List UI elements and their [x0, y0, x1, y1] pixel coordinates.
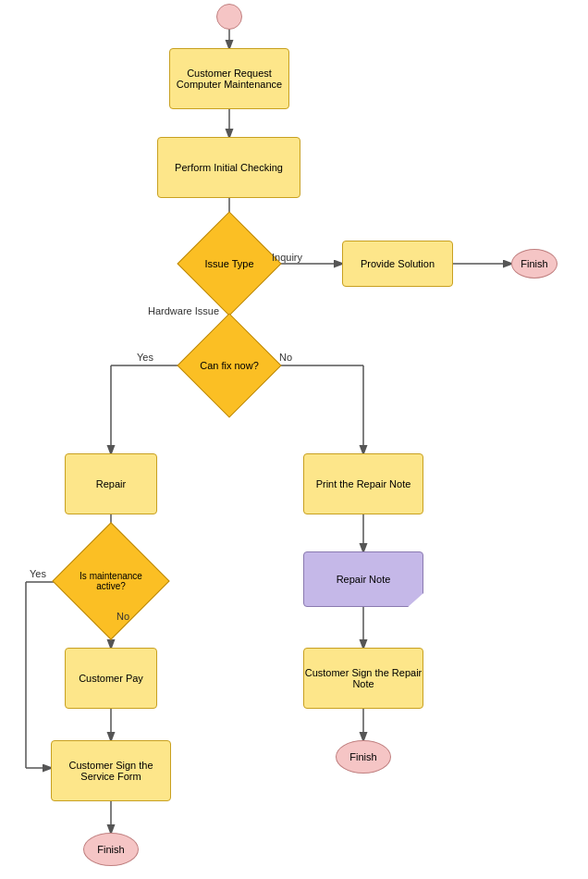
repair-note-doc: Repair Note [303, 551, 423, 607]
finish3-oval: Finish [83, 833, 139, 866]
repair-box: Repair [65, 453, 157, 514]
hardware-issue-label: Hardware Issue [148, 305, 219, 316]
start-oval [216, 4, 242, 30]
finish1-oval: Finish [511, 249, 557, 279]
issue-type-diamond: Issue Type [192, 227, 266, 301]
yes2-label: Yes [30, 568, 46, 579]
perform-checking-box: Perform Initial Checking [157, 137, 300, 198]
is-maintenance-diamond: Is maintenance active? [69, 539, 153, 623]
no2-label: No [116, 611, 129, 622]
flowchart: Customer Request Computer Maintenance Pe… [0, 0, 588, 879]
customer-sign-service-box: Customer Sign the Service Form [51, 740, 171, 801]
yes1-label: Yes [137, 352, 153, 363]
customer-sign-repair-box: Customer Sign the Repair Note [303, 648, 423, 709]
can-fix-diamond: Can fix now? [192, 328, 266, 402]
print-repair-note-box: Print the Repair Note [303, 453, 423, 514]
customer-request-box: Customer Request Computer Maintenance [169, 48, 289, 109]
provide-solution-box: Provide Solution [342, 241, 453, 287]
customer-pay-box: Customer Pay [65, 648, 157, 709]
inquiry-label: Inquiry [272, 252, 302, 263]
finish2-oval: Finish [336, 740, 391, 774]
no1-label: No [279, 352, 292, 363]
